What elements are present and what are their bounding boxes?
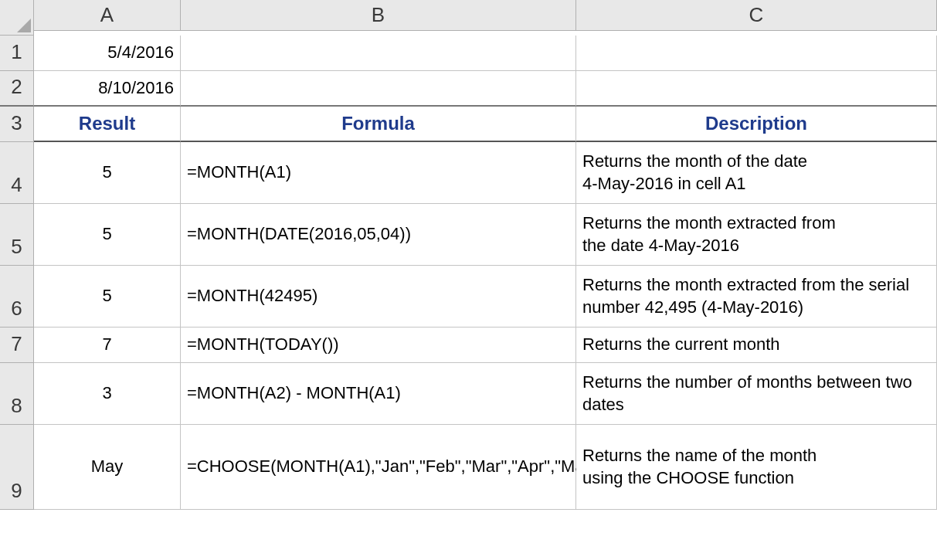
cell-A5[interactable]: 5 xyxy=(34,204,181,266)
cell-A4[interactable]: 5 xyxy=(34,142,181,204)
spreadsheet-grid: A B C 1 5/4/2016 2 8/10/2016 3 Result Fo… xyxy=(0,0,937,510)
cell-C5[interactable]: Returns the month extracted from the dat… xyxy=(576,204,937,266)
row-head-6[interactable]: 6 xyxy=(0,266,34,328)
cell-B5[interactable]: =MONTH(DATE(2016,05,04)) xyxy=(181,204,576,266)
col-head-B[interactable]: B xyxy=(181,0,576,31)
cell-B4[interactable]: =MONTH(A1) xyxy=(181,142,576,204)
cell-B3[interactable]: Formula xyxy=(181,107,576,142)
row-head-8[interactable]: 8 xyxy=(0,363,34,425)
col-head-C[interactable]: C xyxy=(576,0,937,31)
cell-C7[interactable]: Returns the current month xyxy=(576,328,937,363)
cell-A8[interactable]: 3 xyxy=(34,363,181,425)
cell-A7[interactable]: 7 xyxy=(34,328,181,363)
cell-B9[interactable]: =CHOOSE(MONTH(A1),"Jan","Feb","Mar","Apr… xyxy=(181,425,576,510)
row-head-7[interactable]: 7 xyxy=(0,328,34,363)
cell-A3[interactable]: Result xyxy=(34,107,181,142)
cell-C4[interactable]: Returns the month of the date 4-May-2016… xyxy=(576,142,937,204)
cell-C3[interactable]: Description xyxy=(576,107,937,142)
cell-C8[interactable]: Returns the number of months between two… xyxy=(576,363,937,425)
row-head-5[interactable]: 5 xyxy=(0,204,34,266)
cell-B1[interactable] xyxy=(181,36,576,71)
cell-B2[interactable] xyxy=(181,71,576,107)
row-head-9[interactable]: 9 xyxy=(0,425,34,510)
cell-A6[interactable]: 5 xyxy=(34,266,181,328)
cell-B8[interactable]: =MONTH(A2) - MONTH(A1) xyxy=(181,363,576,425)
row-head-3[interactable]: 3 xyxy=(0,107,34,142)
row-head-1[interactable]: 1 xyxy=(0,36,34,71)
cell-B7[interactable]: =MONTH(TODAY()) xyxy=(181,328,576,363)
cell-A2[interactable]: 8/10/2016 xyxy=(34,71,181,107)
col-head-A[interactable]: A xyxy=(34,0,181,31)
cell-A9[interactable]: May xyxy=(34,425,181,510)
select-all-corner[interactable] xyxy=(0,0,34,36)
cell-A1[interactable]: 5/4/2016 xyxy=(34,36,181,71)
cell-C6[interactable]: Returns the month extracted from the ser… xyxy=(576,266,937,328)
cell-C9[interactable]: Returns the name of the month using the … xyxy=(576,425,937,510)
cell-B6[interactable]: =MONTH(42495) xyxy=(181,266,576,328)
cell-C1[interactable] xyxy=(576,36,937,71)
cell-C2[interactable] xyxy=(576,71,937,107)
row-head-2[interactable]: 2 xyxy=(0,71,34,107)
row-head-4[interactable]: 4 xyxy=(0,142,34,204)
